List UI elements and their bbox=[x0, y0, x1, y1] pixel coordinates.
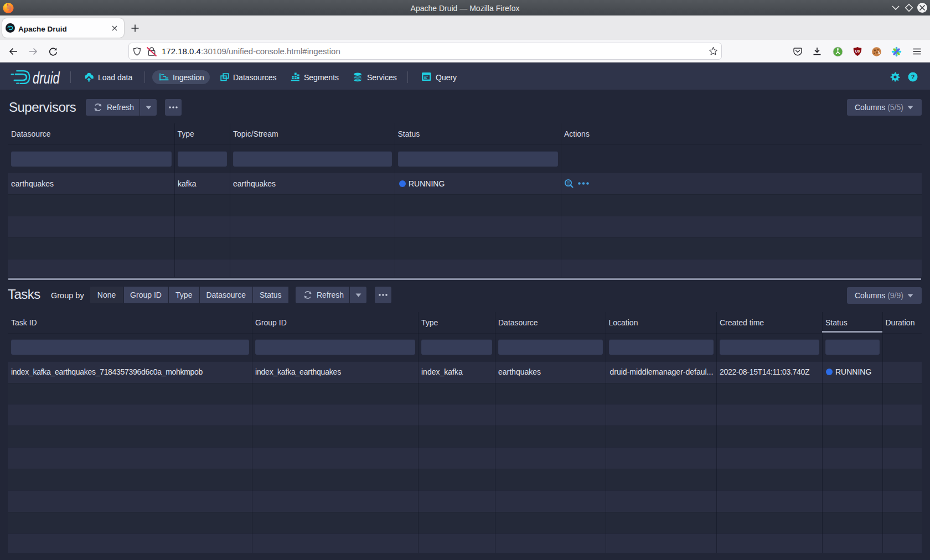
svg-text:?: ? bbox=[911, 74, 915, 80]
svg-text:U0: U0 bbox=[855, 49, 860, 53]
